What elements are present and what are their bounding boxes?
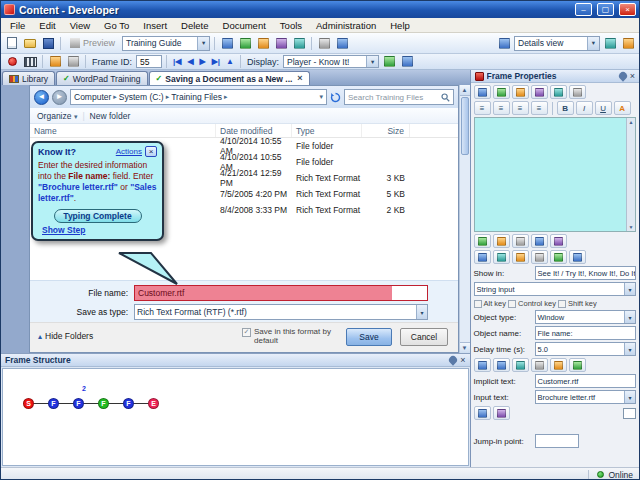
guide-combobox[interactable]: Training Guide ▾ xyxy=(122,36,210,51)
chevron-down-icon[interactable]: ▾ xyxy=(416,305,427,319)
preview-button[interactable]: Preview xyxy=(65,37,120,49)
save-as-type-combobox[interactable]: Rich Text Format (RTF) (*.rtf) ▾ xyxy=(134,304,428,320)
search-input[interactable]: Search Training Files xyxy=(344,89,454,105)
actions-link[interactable]: Actions xyxy=(116,147,142,156)
toolbar-icon[interactable] xyxy=(550,250,567,264)
align-center-icon[interactable]: ≡ xyxy=(493,101,510,115)
frame-node[interactable]: F xyxy=(48,398,59,409)
toolbar-icon[interactable] xyxy=(512,234,529,248)
up-level-button[interactable]: ▲ xyxy=(224,57,236,66)
menu-tools[interactable]: Tools xyxy=(273,19,309,32)
default-format-checkbox[interactable]: ✓ Save in this format by default xyxy=(242,327,342,345)
toolbar-icon[interactable] xyxy=(474,406,491,420)
scroll-up-icon[interactable]: ▲ xyxy=(629,119,634,125)
toolbar-icon[interactable] xyxy=(47,54,63,69)
menu-goto[interactable]: Go To xyxy=(97,19,136,32)
chevron-down-icon[interactable]: ▾ xyxy=(587,37,599,50)
panel-close-icon[interactable]: × xyxy=(630,72,635,81)
editor-scrollbar[interactable]: ▲ ▼ xyxy=(626,118,635,231)
toolbar-icon[interactable] xyxy=(512,85,529,99)
menu-document[interactable]: Document xyxy=(216,19,273,32)
toolbar-icon[interactable] xyxy=(512,358,529,372)
frame-node-start[interactable]: S xyxy=(23,398,34,409)
frame-node-current[interactable]: F xyxy=(98,398,109,409)
toolbar-icon[interactable] xyxy=(399,54,415,69)
tab-saving-document[interactable]: ✓ Saving a Document as a New ... × xyxy=(149,71,310,85)
toolbar-icon[interactable] xyxy=(569,358,586,372)
scroll-down-icon[interactable]: ▼ xyxy=(629,224,634,230)
address-dropdown-icon[interactable]: ▾ xyxy=(319,93,323,101)
toolbar-icon[interactable] xyxy=(569,250,586,264)
scrollbar-thumb[interactable] xyxy=(461,97,469,155)
menu-file[interactable]: File xyxy=(3,19,32,32)
callout-close-icon[interactable]: × xyxy=(145,146,157,157)
maximize-button[interactable]: ▢ xyxy=(597,3,614,16)
toolbar-icon[interactable] xyxy=(550,234,567,248)
shift-key-checkbox[interactable] xyxy=(558,300,566,308)
toolbar-icon[interactable] xyxy=(219,36,235,51)
delay-time-combobox[interactable]: 5.0 ▾ xyxy=(535,342,636,356)
toolbar-icon[interactable] xyxy=(493,250,510,264)
column-name[interactable]: Name xyxy=(30,124,216,137)
input-text-combobox[interactable]: Brochure letter.rtf ▾ xyxy=(535,390,636,404)
refresh-icon[interactable] xyxy=(330,92,341,103)
save-icon[interactable] xyxy=(40,36,56,51)
chevron-down-icon[interactable]: ▾ xyxy=(624,283,635,295)
toolbar-icon[interactable] xyxy=(531,358,548,372)
file-name-input[interactable]: Customer.rtf xyxy=(134,285,428,301)
underline-icon[interactable]: U xyxy=(595,101,612,115)
menu-insert[interactable]: Insert xyxy=(136,19,174,32)
breadcrumb-system-c[interactable]: System (C:) xyxy=(119,92,164,102)
show-step-link[interactable]: Show Step xyxy=(42,225,85,235)
grid-icon[interactable] xyxy=(623,408,636,419)
open-icon[interactable] xyxy=(22,36,38,51)
toolbar-icon[interactable] xyxy=(531,234,548,248)
save-button[interactable]: Save xyxy=(346,328,392,346)
implicit-text-input[interactable]: Customer.rtf xyxy=(535,374,636,388)
align-left-icon[interactable]: ≡ xyxy=(474,101,491,115)
control-key-checkbox[interactable] xyxy=(508,300,516,308)
view-combobox[interactable]: Details view ▾ xyxy=(514,36,600,51)
frame-node[interactable]: F xyxy=(123,398,134,409)
toolbar-icon[interactable] xyxy=(316,36,332,51)
display-combobox[interactable]: Player - Know It! ▾ xyxy=(283,55,379,68)
next-frame-button[interactable]: ▶ xyxy=(198,57,208,66)
tab-wordpad-training[interactable]: ✓ WordPad Training xyxy=(56,71,148,85)
toolbar-icon[interactable] xyxy=(474,358,491,372)
toolbar-icon[interactable] xyxy=(493,234,510,248)
toolbar-icon[interactable] xyxy=(531,250,548,264)
minimize-button[interactable]: – xyxy=(575,3,592,16)
first-frame-button[interactable]: |◀ xyxy=(171,57,183,66)
toolbar-icon[interactable] xyxy=(531,85,548,99)
frame-node[interactable]: F xyxy=(73,398,84,409)
toolbar-icon[interactable] xyxy=(291,36,307,51)
toolbar-icon[interactable] xyxy=(550,358,567,372)
align-right-icon[interactable]: ≡ xyxy=(512,101,529,115)
forward-icon[interactable]: ► xyxy=(52,90,67,105)
bold-icon[interactable]: B xyxy=(557,101,574,115)
toolbar-icon[interactable] xyxy=(493,406,510,420)
toolbar-icon[interactable] xyxy=(381,54,397,69)
panel-close-icon[interactable]: × xyxy=(460,356,465,365)
toolbar-icon[interactable] xyxy=(65,54,81,69)
pin-icon[interactable] xyxy=(448,354,459,365)
tab-close-icon[interactable]: × xyxy=(297,74,302,83)
new-folder-button[interactable]: New folder xyxy=(90,111,131,121)
bubble-text-editor[interactable]: ▲ ▼ xyxy=(474,117,636,232)
object-name-input[interactable]: File name: xyxy=(535,326,636,340)
toolbar-icon[interactable] xyxy=(474,85,491,99)
typing-complete-button[interactable]: Typing Complete xyxy=(54,209,142,223)
hide-folders-button[interactable]: ▴ Hide Folders xyxy=(38,331,93,341)
toolbar-icon[interactable] xyxy=(512,250,529,264)
back-icon[interactable]: ◄ xyxy=(34,90,49,105)
record-icon[interactable] xyxy=(4,54,20,69)
breadcrumb[interactable]: Computer ▸ System (C:) ▸ Training Files … xyxy=(70,89,327,105)
chevron-down-icon[interactable]: ▾ xyxy=(366,56,378,67)
menu-view[interactable]: View xyxy=(63,19,97,32)
last-frame-button[interactable]: ▶| xyxy=(210,57,222,66)
tab-library[interactable]: Library xyxy=(2,71,55,85)
new-document-icon[interactable] xyxy=(4,36,20,51)
scroll-down-icon[interactable]: ▼ xyxy=(460,342,470,353)
toolbar-icon[interactable] xyxy=(602,36,618,51)
toolbar-icon[interactable] xyxy=(620,36,636,51)
